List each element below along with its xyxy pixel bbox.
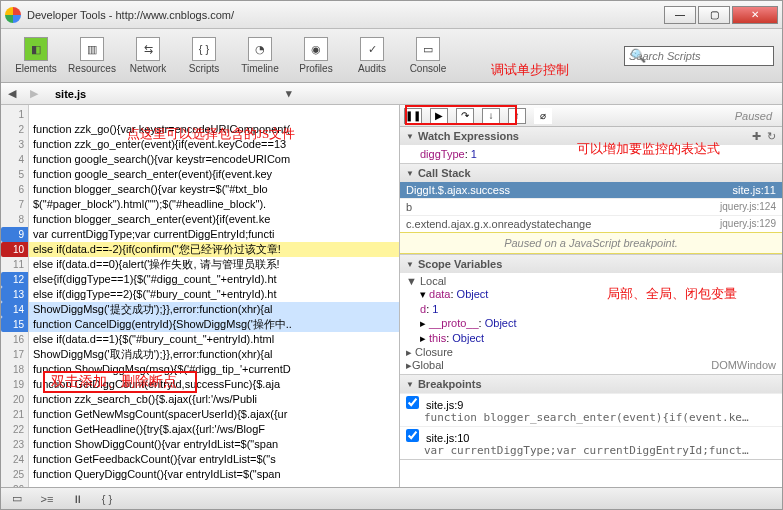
pause-button[interactable]: ❚❚ — [404, 108, 422, 124]
bp-checkbox[interactable] — [406, 396, 419, 409]
maximize-button[interactable]: ▢ — [698, 6, 730, 24]
tab-elements[interactable]: ◧Elements — [9, 37, 63, 74]
add-watch-icon[interactable]: ✚ — [752, 130, 761, 142]
close-button[interactable]: ✕ — [732, 6, 778, 24]
scope-header[interactable]: ▼Scope Variables — [400, 255, 782, 273]
tab-scripts[interactable]: { }Scripts — [177, 37, 231, 74]
tab-profiles[interactable]: ◉Profiles — [289, 37, 343, 74]
search-input[interactable] — [624, 46, 774, 66]
watch-header[interactable]: ▼Watch Expressions✚ ↻ — [400, 127, 782, 145]
tab-resources[interactable]: ▥Resources — [65, 37, 119, 74]
title-bar: Developer Tools - http://www.cnblogs.com… — [1, 1, 782, 29]
favicon — [5, 7, 21, 23]
breakpoints-header[interactable]: ▼Breakpoints — [400, 375, 782, 393]
console-toggle-icon[interactable]: >≡ — [37, 491, 57, 507]
resume-button[interactable]: ▶ — [430, 108, 448, 124]
callstack-frame[interactable]: bjquery.js:124 — [400, 198, 782, 215]
breakpoint-item[interactable]: site.js:9function blogger_search_enter(e… — [400, 393, 782, 426]
window-controls: — ▢ ✕ — [662, 6, 778, 24]
tab-audits[interactable]: ✓Audits — [345, 37, 399, 74]
watch-section: ▼Watch Expressions✚ ↻ diggType: 1 — [400, 127, 782, 164]
nav-forward-button[interactable]: ▶ — [23, 84, 45, 104]
dock-icon[interactable]: ▭ — [7, 491, 27, 507]
pause-message: Paused on a JavaScript breakpoint. — [400, 232, 782, 254]
file-selector[interactable]: site.js ▾ — [45, 84, 302, 104]
refresh-watch-icon[interactable]: ↻ — [767, 130, 776, 142]
line-gutter[interactable]: 1234567891011121314151617181920212223242… — [1, 105, 29, 489]
step-into-button[interactable]: ↓ — [482, 108, 500, 124]
nav-back-button[interactable]: ◀ — [1, 84, 23, 104]
breakpoints-section: ▼Breakpoints site.js:9function blogger_s… — [400, 375, 782, 460]
debug-toolbar: ❚❚ ▶ ↷ ↓ ↑ ⌀ Paused — [400, 105, 782, 127]
step-out-button[interactable]: ↑ — [508, 108, 526, 124]
deactivate-bp-button[interactable]: ⌀ — [534, 108, 552, 124]
tab-timeline[interactable]: ◔Timeline — [233, 37, 287, 74]
bp-checkbox[interactable] — [406, 429, 419, 442]
tab-network[interactable]: ⇆Network — [121, 37, 175, 74]
file-name: site.js — [55, 88, 86, 100]
tab-console[interactable]: ▭Console — [401, 37, 455, 74]
debug-sidebar: ❚❚ ▶ ↷ ↓ ↑ ⌀ Paused ▼Watch Expressions✚ … — [399, 105, 782, 489]
file-tab-bar: ◀ ▶ site.js ▾ — [1, 83, 782, 105]
pause-exception-icon[interactable]: ⏸ — [67, 491, 87, 507]
callstack-frame[interactable]: c.extend.ajax.g.x.onreadystatechangejque… — [400, 215, 782, 232]
window-title: Developer Tools - http://www.cnblogs.com… — [27, 9, 234, 21]
callstack-header[interactable]: ▼Call Stack — [400, 164, 782, 182]
search-box: 🔍 — [626, 46, 774, 66]
paused-label: Paused — [735, 110, 778, 122]
code-editor[interactable]: function zzk_go(){var keystr=encodeURICo… — [29, 105, 399, 489]
scope-section: ▼Scope Variables ▼ Local ▾ data: Object … — [400, 255, 782, 375]
search-icon: 🔍 — [630, 48, 646, 63]
callstack-frame[interactable]: DiggIt.$.ajax.successsite.js:11 — [400, 182, 782, 198]
status-bar: ▭ >≡ ⏸ { } — [1, 487, 782, 509]
step-over-button[interactable]: ↷ — [456, 108, 474, 124]
pretty-print-icon[interactable]: { } — [97, 491, 117, 507]
main-toolbar: ◧Elements ▥Resources ⇆Network { }Scripts… — [1, 29, 782, 83]
callstack-section: ▼Call Stack DiggIt.$.ajax.successsite.js… — [400, 164, 782, 255]
chevron-down-icon: ▾ — [286, 87, 292, 100]
main-pane: 1234567891011121314151617181920212223242… — [1, 105, 782, 489]
breakpoint-item[interactable]: site.js:10var currentDiggType;var curren… — [400, 426, 782, 459]
minimize-button[interactable]: — — [664, 6, 696, 24]
